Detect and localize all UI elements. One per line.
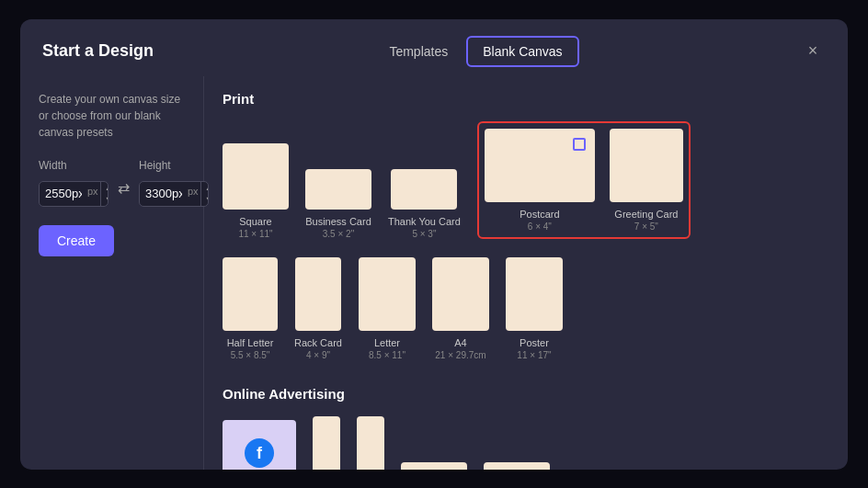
width-input[interactable] bbox=[40, 182, 87, 205]
card-item-tall2[interactable] bbox=[357, 416, 384, 469]
height-label: Height bbox=[139, 159, 209, 172]
height-input[interactable] bbox=[140, 182, 188, 205]
width-spinners: ▲ ▼ bbox=[100, 182, 108, 206]
print-section-title: Print bbox=[223, 91, 829, 107]
card-sub-greeting-card: 7 × 5" bbox=[634, 221, 658, 232]
card-item-rack-card[interactable]: Rack Card 4 × 9" bbox=[294, 257, 342, 360]
card-item-poster[interactable]: Poster 11 × 17" bbox=[506, 257, 563, 360]
dimension-row: Width px ▲ ▼ ⇄ Height bbox=[39, 159, 185, 207]
card-sub-rack-card: 4 × 9" bbox=[306, 350, 330, 360]
card-thumb-thank-you-card bbox=[391, 169, 457, 210]
modal-body: Create your own canvas size or choose fr… bbox=[20, 76, 848, 470]
card-item-letter[interactable]: Letter 8.5 × 11" bbox=[359, 257, 416, 360]
facebook-icon: f bbox=[245, 438, 274, 468]
card-item-tall1[interactable] bbox=[313, 416, 340, 469]
card-thumb-greeting-card bbox=[610, 129, 683, 202]
width-label: Width bbox=[39, 159, 108, 172]
card-label-greeting-card: Greeting Card bbox=[614, 208, 678, 221]
card-sub-letter: 8.5 × 11" bbox=[369, 350, 405, 360]
card-item-greeting-card[interactable]: Greeting Card 7 × 5" bbox=[610, 129, 683, 232]
card-thumb-business-card bbox=[305, 169, 371, 210]
card-item-wide1[interactable] bbox=[401, 462, 467, 469]
card-label-thank-you-card: Thank You Card bbox=[388, 215, 461, 229]
card-thumb-letter bbox=[359, 257, 416, 331]
card-thumb-wide1 bbox=[401, 462, 467, 469]
tab-blank-canvas[interactable]: Blank Canvas bbox=[466, 36, 578, 67]
card-item-business-card[interactable]: Business Card 3.5 × 2" bbox=[305, 169, 371, 239]
card-label-postcard: Postcard bbox=[520, 208, 559, 221]
close-button[interactable]: × bbox=[800, 39, 826, 64]
swap-dimensions-button[interactable]: ⇄ bbox=[118, 179, 130, 197]
card-label-poster: Poster bbox=[520, 336, 549, 350]
card-thumb-wide2 bbox=[484, 462, 550, 469]
card-thumb-square bbox=[223, 143, 289, 210]
card-label-rack-card: Rack Card bbox=[294, 336, 342, 350]
card-thumb-tall2 bbox=[357, 416, 384, 469]
modal-title: Start a Design bbox=[42, 41, 154, 61]
card-item-a4[interactable]: A4 21 × 29.7cm bbox=[432, 257, 489, 360]
card-label-letter: Letter bbox=[374, 336, 400, 350]
card-item-wide2[interactable] bbox=[484, 462, 550, 469]
card-sub-business-card: 3.5 × 2" bbox=[323, 229, 354, 239]
tab-templates[interactable]: Templates bbox=[374, 36, 463, 67]
width-unit: px bbox=[87, 186, 100, 197]
card-label-square: Square bbox=[239, 215, 271, 229]
postcard-selector bbox=[573, 138, 586, 151]
card-thumb-postcard bbox=[485, 129, 595, 202]
card-thumb-half-letter bbox=[223, 257, 278, 331]
card-sub-poster: 11 × 17" bbox=[517, 350, 551, 360]
create-button[interactable]: Create bbox=[39, 225, 114, 256]
card-thumb-a4 bbox=[432, 257, 489, 331]
card-sub-thank-you-card: 5 × 3" bbox=[412, 229, 436, 239]
online-adv-section-title: Online Advertising bbox=[223, 386, 829, 402]
card-item-postcard[interactable]: Postcard 6 × 4" bbox=[485, 129, 595, 232]
selected-card-group: Postcard 6 × 4" Greeting Card 7 × 5" bbox=[477, 121, 691, 239]
card-item-half-letter[interactable]: Half Letter 5.5 × 8.5" bbox=[223, 257, 278, 360]
left-panel: Create your own canvas size or choose fr… bbox=[20, 76, 204, 470]
modal-header: Start a Design Templates Blank Canvas × bbox=[20, 19, 848, 76]
modal: Start a Design Templates Blank Canvas × … bbox=[20, 19, 848, 470]
card-thumb-rack-card bbox=[295, 257, 341, 331]
card-item-square[interactable]: Square 11 × 11" bbox=[223, 143, 289, 239]
card-thumb-facebook: f bbox=[223, 420, 296, 469]
width-down[interactable]: ▼ bbox=[101, 194, 108, 206]
width-up[interactable]: ▲ bbox=[101, 182, 108, 194]
card-sub-a4: 21 × 29.7cm bbox=[435, 350, 485, 360]
card-label-a4: A4 bbox=[454, 336, 466, 350]
card-sub-half-letter: 5.5 × 8.5" bbox=[231, 350, 270, 360]
card-sub-square: 11 × 11" bbox=[238, 229, 272, 239]
right-panel[interactable]: Print Square 11 × 11" Business Card 3.5 … bbox=[204, 76, 848, 470]
width-input-wrap: px ▲ ▼ bbox=[39, 181, 108, 207]
card-thumb-tall1 bbox=[313, 416, 340, 469]
card-item-facebook[interactable]: f bbox=[223, 420, 296, 469]
card-label-half-letter: Half Letter bbox=[227, 336, 274, 350]
card-label-business-card: Business Card bbox=[305, 215, 371, 229]
card-item-thank-you-card[interactable]: Thank You Card 5 × 3" bbox=[388, 169, 461, 239]
card-thumb-poster bbox=[506, 257, 563, 331]
card-sub-postcard: 6 × 4" bbox=[528, 221, 552, 232]
height-group: Height px ▲ ▼ bbox=[139, 159, 209, 207]
height-input-wrap: px ▲ ▼ bbox=[139, 181, 209, 207]
height-unit: px bbox=[188, 186, 200, 197]
modal-overlay: Start a Design Templates Blank Canvas × … bbox=[0, 0, 868, 488]
width-group: Width px ▲ ▼ bbox=[39, 159, 108, 207]
tabs-area: Templates Blank Canvas bbox=[374, 36, 578, 67]
canvas-description: Create your own canvas size or choose fr… bbox=[39, 91, 185, 141]
